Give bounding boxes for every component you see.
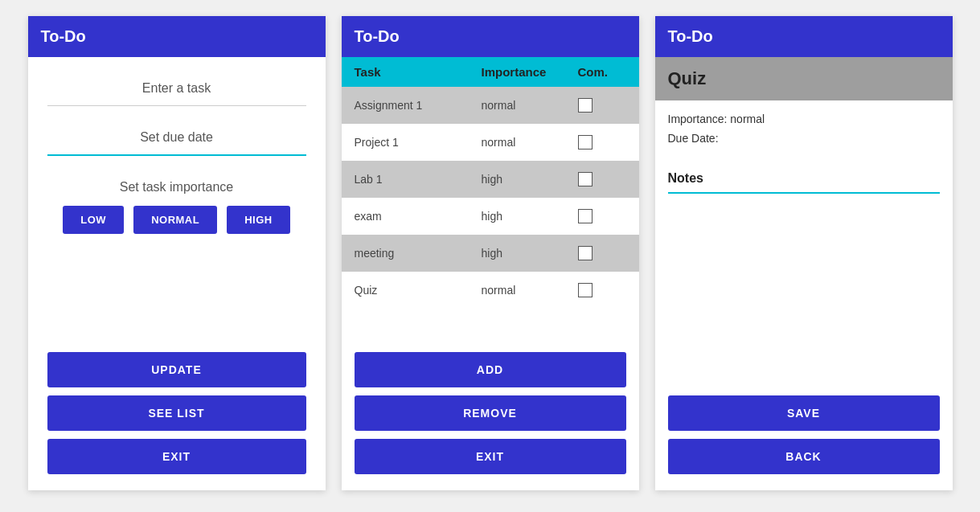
panel-add-task: To-Do Enter a task Set due date Set task…: [28, 16, 326, 490]
detail-info-section: Importance: normal Due Date:: [655, 100, 953, 158]
panel3-action-buttons: SAVE BACK: [655, 379, 953, 490]
save-button[interactable]: SAVE: [668, 395, 940, 431]
row-checkbox[interactable]: [578, 135, 593, 150]
detail-title-bar: Quiz: [655, 57, 953, 100]
detail-task-title: Quiz: [668, 68, 707, 88]
remove-button[interactable]: REMOVE: [355, 395, 626, 431]
table-row[interactable]: Project 1 normal: [342, 124, 639, 161]
importance-buttons-group: LOW NORMAL HIGH: [47, 206, 306, 234]
row-checkbox[interactable]: [578, 283, 593, 297]
row-checkbox[interactable]: [578, 98, 593, 113]
panel1-header: To-Do: [28, 16, 326, 57]
panel2-action-buttons: ADD REMOVE EXIT: [342, 336, 639, 490]
panel-task-detail: To-Do Quiz Importance: normal Due Date: …: [655, 16, 953, 490]
col-completed: Com.: [578, 65, 626, 79]
see-list-button[interactable]: SEE LIST: [47, 395, 306, 431]
task-input-group: Enter a task: [47, 81, 306, 106]
update-button[interactable]: UPDATE: [47, 352, 306, 387]
row-task-name: meeting: [355, 247, 482, 260]
notes-input-line[interactable]: [668, 192, 940, 194]
table-row[interactable]: exam high: [342, 198, 639, 235]
row-importance: high: [482, 210, 578, 223]
importance-section-label: Set task importance: [47, 180, 306, 195]
notes-label: Notes: [668, 171, 940, 186]
notes-section: Notes: [655, 158, 953, 194]
row-checkbox[interactable]: [578, 246, 593, 260]
importance-section: Set task importance LOW NORMAL HIGH: [47, 180, 306, 234]
row-task-name: Project 1: [355, 136, 482, 149]
add-button[interactable]: ADD: [355, 352, 626, 387]
task-input-line: [47, 105, 306, 106]
date-input-label: Set due date: [140, 130, 213, 145]
normal-button[interactable]: NORMAL: [133, 206, 217, 234]
table-row[interactable]: meeting high: [342, 235, 639, 272]
row-importance: normal: [482, 284, 578, 297]
task-input-label: Enter a task: [142, 81, 211, 96]
panel2-exit-button[interactable]: EXIT: [355, 439, 626, 474]
row-task-name: Assignment 1: [355, 99, 482, 112]
panel1-exit-button[interactable]: EXIT: [47, 439, 306, 474]
panel3-body: Quiz Importance: normal Due Date: Notes …: [655, 57, 953, 490]
row-task-name: Quiz: [355, 284, 482, 297]
panel-task-list: To-Do Task Importance Com. Assignment 1 …: [342, 16, 639, 490]
table-row[interactable]: Lab 1 high: [342, 161, 639, 198]
table-row[interactable]: Quiz normal: [342, 272, 639, 309]
table-row[interactable]: Assignment 1 normal: [342, 87, 639, 124]
row-importance: normal: [482, 136, 578, 149]
low-button[interactable]: LOW: [63, 206, 124, 234]
panel2-body: Task Importance Com. Assignment 1 normal…: [342, 57, 639, 490]
row-checkbox[interactable]: [578, 209, 593, 223]
detail-importance: Importance: normal: [668, 110, 940, 129]
panel3-header: To-Do: [655, 16, 953, 57]
table-header-row: Task Importance Com.: [342, 57, 639, 87]
row-importance: normal: [482, 99, 578, 112]
panel2-header: To-Do: [342, 16, 639, 57]
row-importance: high: [482, 247, 578, 260]
col-importance: Importance: [482, 65, 578, 79]
back-button[interactable]: BACK: [668, 439, 940, 474]
row-task-name: exam: [355, 210, 482, 223]
panel1-body: Enter a task Set due date Set task impor…: [28, 57, 326, 490]
panel1-action-buttons: UPDATE SEE LIST EXIT: [47, 328, 306, 474]
date-input-group: Set due date: [47, 130, 306, 156]
row-importance: high: [482, 173, 578, 186]
col-task: Task: [355, 65, 482, 79]
row-task-name: Lab 1: [355, 173, 482, 186]
high-button[interactable]: HIGH: [227, 206, 290, 234]
row-checkbox[interactable]: [578, 172, 593, 186]
detail-due-date: Due Date:: [668, 129, 940, 149]
date-input-line: [47, 154, 306, 156]
